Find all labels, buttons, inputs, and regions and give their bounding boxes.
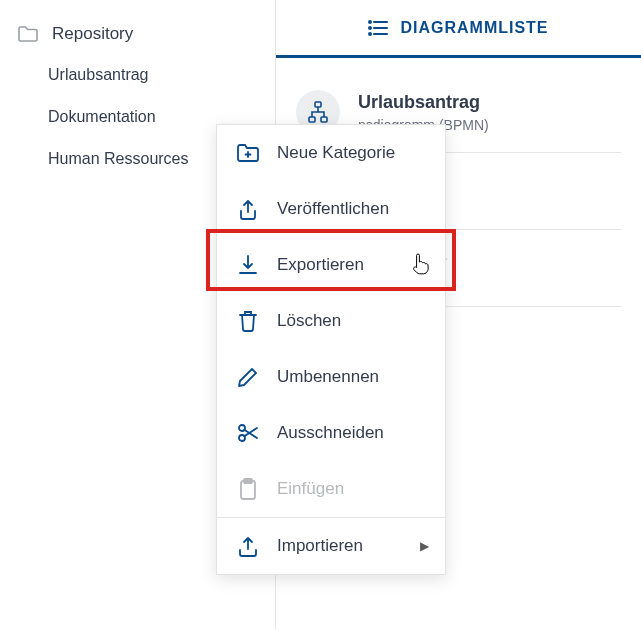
folder-plus-icon	[237, 142, 259, 164]
menu-rename[interactable]: Umbenennen	[217, 349, 445, 405]
menu-label: Löschen	[277, 311, 341, 331]
scissors-icon	[237, 422, 259, 444]
menu-export[interactable]: Exportieren	[217, 237, 445, 293]
upload-box-icon	[237, 198, 259, 220]
menu-label: Umbenennen	[277, 367, 379, 387]
tab-diagrammliste[interactable]: DIAGRAMMLISTE	[276, 0, 641, 58]
menu-label: Einfügen	[277, 479, 344, 499]
trash-icon	[237, 310, 259, 332]
tree-root[interactable]: Repository	[0, 18, 275, 54]
svg-rect-8	[321, 117, 327, 122]
download-icon	[237, 254, 259, 276]
menu-label: Exportieren	[277, 255, 364, 275]
svg-rect-7	[309, 117, 315, 122]
svg-point-4	[369, 27, 371, 29]
menu-cut[interactable]: Ausschneiden	[217, 405, 445, 461]
svg-point-3	[369, 21, 371, 23]
menu-paste: Einfügen	[217, 461, 445, 517]
clipboard-icon	[237, 478, 259, 500]
menu-label: Importieren	[277, 536, 363, 556]
pencil-icon	[237, 366, 259, 388]
menu-delete[interactable]: Löschen	[217, 293, 445, 349]
tab-label: DIAGRAMMLISTE	[400, 19, 548, 37]
menu-label: Neue Kategorie	[277, 143, 395, 163]
tree-root-label: Repository	[52, 24, 133, 44]
list-item-title: Urlaubsantrag	[358, 92, 489, 113]
menu-label: Ausschneiden	[277, 423, 384, 443]
svg-point-5	[369, 33, 371, 35]
menu-label: Veröffentlichen	[277, 199, 389, 219]
menu-publish[interactable]: Veröffentlichen	[217, 181, 445, 237]
menu-import[interactable]: Importieren ▶	[217, 517, 445, 574]
import-icon	[237, 535, 259, 557]
menu-new-category[interactable]: Neue Kategorie	[217, 125, 445, 181]
sidebar-item-urlaubsantrag[interactable]: Urlaubsantrag	[48, 54, 275, 96]
svg-rect-6	[315, 102, 321, 107]
folder-icon	[18, 26, 38, 42]
list-icon	[368, 20, 388, 36]
context-menu: Neue Kategorie Veröffentlichen Exportier…	[216, 124, 446, 575]
chevron-right-icon: ▶	[420, 539, 429, 553]
